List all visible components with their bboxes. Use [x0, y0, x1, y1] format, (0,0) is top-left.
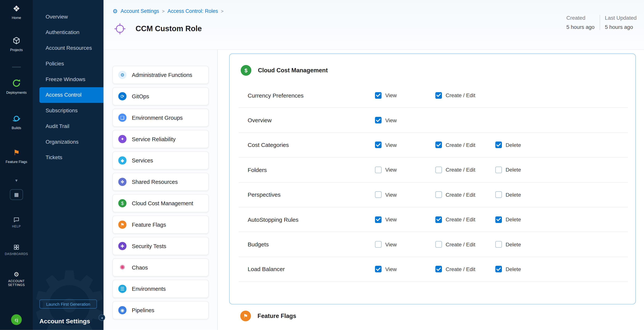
view-checkbox[interactable]: [375, 92, 382, 98]
resource-item-security-tests[interactable]: ✚ Security Tests: [112, 237, 208, 255]
settings-nav-item-subscriptions[interactable]: Subscriptions: [33, 103, 104, 119]
settings-nav-item-access-control[interactable]: Access Control: [39, 87, 103, 103]
view-label: View: [385, 216, 397, 223]
view-checkbox[interactable]: [375, 241, 382, 248]
module-home[interactable]: ❖ Home: [0, 4, 33, 20]
resource-item-cloud-cost-management[interactable]: $ Cloud Cost Management: [112, 194, 208, 212]
feature-flags-section-header: ⚑ Feature Flags: [240, 311, 296, 321]
view-checkbox[interactable]: [375, 192, 382, 198]
delete-label: Delete: [506, 192, 521, 198]
role-meta: Created 5 hours ago Last Updated 5 hours…: [562, 15, 642, 30]
module-label: Home: [12, 16, 21, 20]
dashboards-button[interactable]: DASHBOARDS: [4, 244, 29, 256]
delete-checkbox[interactable]: [496, 266, 502, 272]
permission-row-folders: Folders View Create / Edit Delete: [238, 158, 628, 183]
settings-nav-item-organizations[interactable]: Organizations: [33, 134, 104, 150]
permission-row-label: Folders: [248, 167, 267, 173]
breadcrumb: ⚙ Account Settings > Access Control: Rol…: [112, 8, 224, 14]
permission-row-label: Load Balancer: [248, 266, 285, 272]
module-nav: ❖ Home Projects Deployments Builds ⚑ Fea…: [0, 0, 33, 330]
view-label: View: [385, 192, 397, 198]
feature-flags-section-title: Feature Flags: [258, 312, 296, 319]
chevron-down-icon[interactable]: ▾: [15, 178, 18, 183]
permission-cell-view: View: [375, 167, 397, 173]
module-projects[interactable]: Projects: [0, 36, 33, 52]
delete-checkbox[interactable]: [496, 192, 502, 198]
settings-nav-item-tickets[interactable]: Tickets: [33, 150, 104, 166]
breadcrumb-separator-icon: >: [221, 9, 224, 14]
view-label: View: [385, 117, 397, 123]
resource-item-gitops[interactable]: ⟳ GitOps: [112, 87, 208, 105]
help-chat-icon: [13, 216, 20, 223]
module-builds[interactable]: Builds: [0, 114, 33, 130]
settings-nav-item-audit-trail[interactable]: Audit Trail: [33, 118, 104, 134]
avatar[interactable]: cj: [11, 314, 22, 325]
module-feature-flags[interactable]: ⚑ Feature Flags: [0, 148, 33, 164]
settings-nav-item-freeze-windows[interactable]: Freeze Windows: [33, 72, 104, 87]
permission-row-label: Overview: [248, 117, 272, 123]
module-label: Builds: [12, 126, 21, 130]
breadcrumb-access-control-roles[interactable]: Access Control: Roles: [168, 8, 218, 14]
panel-title: Cloud Cost Management: [258, 67, 328, 74]
help-button[interactable]: HELP: [4, 216, 29, 228]
collapse-sidebar-button[interactable]: ◂: [98, 314, 105, 321]
permission-cell-create-edit: Create / Edit: [436, 216, 475, 223]
resource-item-administrative-functions[interactable]: ⚙ Administrative Functions: [112, 66, 208, 84]
permission-cell-view: View: [375, 142, 397, 148]
delete-label: Delete: [506, 142, 521, 148]
module-grid-icon: ▦: [14, 192, 19, 198]
resource-label: Security Tests: [132, 243, 166, 249]
cloud-cost-management-icon: $: [118, 199, 126, 207]
resource-item-chaos[interactable]: ✺ Chaos: [112, 258, 208, 277]
resource-item-services[interactable]: ◆ Services: [112, 151, 208, 170]
resource-item-service-reliability[interactable]: ✦ Service Reliability: [112, 130, 208, 148]
permission-row-autostopping-rules: AutoStopping Rules View Create / Edit De…: [238, 207, 628, 232]
view-checkbox[interactable]: [375, 216, 382, 223]
resource-item-environment-groups[interactable]: ❏ Environment Groups: [112, 109, 208, 127]
delete-label: Delete: [506, 216, 521, 223]
view-checkbox[interactable]: [375, 266, 382, 272]
breadcrumb-account-settings[interactable]: Account Settings: [120, 8, 159, 14]
settings-nav-item-overview[interactable]: Overview: [33, 9, 104, 25]
settings-nav-title: Account Settings: [39, 317, 90, 325]
create-edit-checkbox[interactable]: [436, 167, 442, 173]
last-updated-value: 5 hours ago: [605, 24, 636, 30]
created-meta: Created 5 hours ago: [562, 15, 600, 30]
settings-nav-item-policies[interactable]: Policies: [33, 56, 104, 72]
resource-item-pipelines[interactable]: ◉ Pipelines: [112, 301, 208, 319]
security-tests-icon: ✚: [118, 242, 126, 250]
delete-checkbox[interactable]: [496, 216, 502, 223]
module-deployments[interactable]: Deployments: [0, 78, 33, 95]
resource-item-shared-resources[interactable]: ❖ Shared Resources: [112, 173, 208, 191]
delete-checkbox[interactable]: [496, 167, 502, 173]
create-edit-checkbox[interactable]: [436, 142, 442, 148]
settings-nav-item-account-resources[interactable]: Account Resources: [33, 40, 104, 56]
dashboards-grid-icon: [13, 244, 20, 251]
resource-label: Administrative Functions: [132, 72, 192, 78]
account-settings-button[interactable]: ⚙ ACCOUNT SETTINGS: [4, 271, 29, 287]
delete-checkbox[interactable]: [496, 142, 502, 148]
create-edit-checkbox[interactable]: [436, 216, 442, 223]
view-checkbox[interactable]: [375, 142, 382, 148]
resource-label: GitOps: [132, 93, 149, 99]
app-window: ❖ Home Projects Deployments Builds ⚑ Fea…: [0, 0, 644, 330]
view-checkbox[interactable]: [375, 117, 382, 123]
create-edit-checkbox[interactable]: [436, 266, 442, 272]
create-edit-checkbox[interactable]: [436, 192, 442, 198]
view-checkbox[interactable]: [375, 167, 382, 173]
delete-checkbox[interactable]: [496, 241, 502, 248]
resource-label: Pipelines: [132, 307, 154, 313]
launch-first-generation-button[interactable]: Launch First Generation: [39, 300, 97, 308]
create-edit-checkbox[interactable]: [436, 241, 442, 248]
view-label: View: [385, 266, 397, 272]
settings-nav-item-authentication[interactable]: Authentication: [33, 25, 104, 40]
feature-flags-icon: ⚑: [118, 221, 126, 229]
resource-item-environments[interactable]: ☰ Environments: [112, 280, 208, 298]
resource-item-feature-flags[interactable]: ⚑ Feature Flags: [112, 216, 208, 234]
deployments-cd-icon: [12, 78, 22, 88]
create-edit-checkbox[interactable]: [436, 92, 442, 98]
permission-cell-create-edit: Create / Edit: [436, 241, 475, 248]
create-edit-label: Create / Edit: [446, 266, 475, 272]
module-grid-button[interactable]: ▦: [10, 189, 23, 200]
permission-row-label: Currency Preferences: [248, 92, 304, 98]
